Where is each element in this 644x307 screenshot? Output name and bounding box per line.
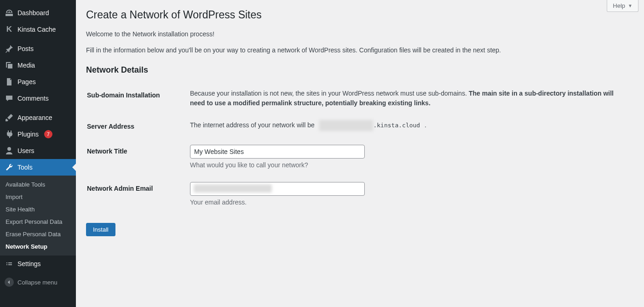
- admin-sidebar: Dashboard K Kinsta Cache Posts Media Pag…: [0, 0, 76, 307]
- server-address-redacted: xxxxxxxxxxxxx: [319, 120, 374, 131]
- sidebar-label: Posts: [17, 45, 34, 52]
- chevron-down-icon: ▼: [628, 3, 632, 8]
- subitem-available-tools[interactable]: Available Tools: [0, 178, 76, 191]
- collapse-menu[interactable]: Collapse menu: [0, 274, 76, 290]
- section-heading: Network Details: [86, 62, 634, 80]
- sidebar-label: Users: [17, 147, 34, 154]
- sidebar-item-media[interactable]: Media: [0, 57, 76, 74]
- admin-email-redacted: [194, 184, 272, 193]
- plugin-icon: [5, 130, 14, 139]
- subitem-export-pd[interactable]: Export Personal Data: [0, 216, 76, 228]
- sidebar-item-posts[interactable]: Posts: [0, 40, 76, 57]
- sidebar-label: Kinsta Cache: [17, 26, 56, 33]
- help-button[interactable]: Help ▼: [607, 0, 638, 12]
- comment-icon: [5, 94, 14, 103]
- content-area: Help ▼ Create a Network of WordPress Sit…: [76, 0, 644, 307]
- subdomain-desc: Because your installation is not new, th…: [190, 83, 633, 114]
- settings-icon: [5, 259, 14, 268]
- install-button[interactable]: Install: [86, 223, 115, 236]
- help-label: Help: [613, 2, 625, 9]
- sidebar-label: Tools: [17, 164, 33, 171]
- sidebar-label: Pages: [17, 78, 36, 85]
- subitem-erase-pd[interactable]: Erase Personal Data: [0, 228, 76, 240]
- admin-email-desc: Your email address.: [190, 198, 628, 207]
- sidebar-label: Appearance: [17, 114, 52, 121]
- sidebar-item-pages[interactable]: Pages: [0, 74, 76, 90]
- subitem-site-health[interactable]: Site Health: [0, 203, 76, 216]
- user-icon: [5, 146, 14, 155]
- plugins-badge: 7: [44, 130, 52, 138]
- tools-submenu: Available Tools Import Site Health Expor…: [0, 176, 76, 256]
- intro-welcome: Welcome to the Network installation proc…: [86, 29, 634, 39]
- network-title-input[interactable]: [190, 145, 365, 159]
- subdomain-label: Sub-domain Installation: [87, 83, 189, 114]
- sidebar-label: Settings: [17, 260, 41, 267]
- sidebar-item-tools[interactable]: Tools: [0, 159, 76, 176]
- pin-icon: [5, 44, 14, 53]
- admin-email-label: Network Admin Email: [87, 176, 189, 213]
- wrench-icon: [5, 163, 14, 172]
- sidebar-item-users[interactable]: Users: [0, 142, 76, 159]
- collapse-icon: [5, 278, 14, 287]
- sidebar-item-dashboard[interactable]: Dashboard: [0, 5, 76, 21]
- sidebar-item-plugins[interactable]: Plugins 7: [0, 126, 76, 142]
- sidebar-item-comments[interactable]: Comments: [0, 90, 76, 107]
- dashboard-icon: [5, 8, 14, 17]
- sidebar-item-kinsta-cache[interactable]: K Kinsta Cache: [0, 21, 76, 38]
- network-title-desc: What would you like to call your network…: [190, 160, 628, 170]
- kinsta-icon: K: [5, 25, 14, 34]
- network-title-label: Network Title: [87, 139, 189, 176]
- sidebar-label: Media: [17, 62, 35, 69]
- sidebar-label: Comments: [17, 95, 49, 102]
- server-address-value: The internet address of your network wil…: [190, 114, 633, 138]
- sidebar-label: Dashboard: [17, 9, 49, 17]
- collapse-label: Collapse menu: [17, 279, 58, 286]
- sidebar-label: Plugins: [17, 131, 39, 138]
- server-address-label: Server Address: [87, 114, 189, 138]
- subitem-import[interactable]: Import: [0, 191, 76, 203]
- page-icon: [5, 77, 14, 86]
- subitem-network-setup[interactable]: Network Setup: [0, 240, 76, 253]
- network-form: Sub-domain Installation Because your ins…: [86, 82, 634, 214]
- media-icon: [5, 61, 14, 70]
- sidebar-item-appearance[interactable]: Appearance: [0, 109, 76, 126]
- brush-icon: [5, 113, 14, 122]
- intro-fill: Fill in the information below and you'll…: [86, 45, 634, 55]
- sidebar-item-settings[interactable]: Settings: [0, 256, 76, 272]
- page-title: Create a Network of WordPress Sites: [86, 5, 634, 23]
